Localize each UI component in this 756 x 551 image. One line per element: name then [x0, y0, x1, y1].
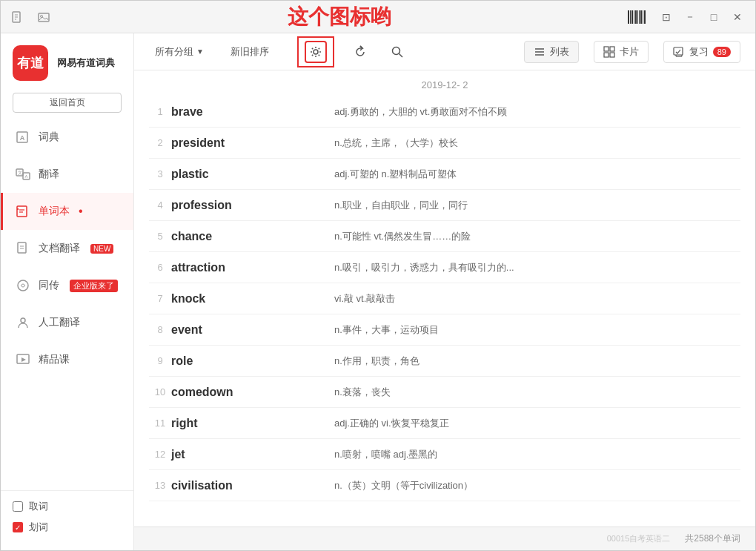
word-chinese: adj.勇敢的，大胆的 vt.勇敢面对不怕不顾 [334, 105, 720, 119]
word-number: 10 [149, 386, 171, 397]
table-row[interactable]: 3 plastic adj.可塑的 n.塑料制品可塑体 [149, 159, 740, 190]
word-action-lines[interactable] [720, 417, 740, 429]
markword-item[interactable]: 划词 [13, 521, 122, 534]
word-action-lines[interactable] [720, 136, 740, 149]
word-chinese: n.吸引，吸引力，诱惑力，具有吸引力的... [334, 261, 720, 274]
translate-icon: 文 A [15, 166, 31, 182]
table-row[interactable]: 11 right adj.正确的 vi.恢复平稳复正 [149, 408, 740, 439]
word-number: 7 [149, 293, 171, 304]
word-action-lines[interactable] [720, 105, 740, 118]
gear-button[interactable] [305, 41, 327, 63]
word-chinese: adj.正确的 vi.恢复平稳复正 [334, 417, 720, 430]
table-row[interactable]: 2 president n.总统，主席，（大学）校长 [149, 128, 740, 159]
table-row[interactable]: 12 jet n.喷射，喷嘴 adj.墨黑的 [149, 439, 740, 470]
annotation-text: 这个图标哟 [288, 3, 391, 31]
word-action-lines[interactable] [720, 386, 740, 398]
word-action-lines[interactable] [720, 323, 740, 336]
review-button[interactable]: 复习 89 [663, 41, 740, 63]
card-view-label: 卡片 [620, 45, 639, 59]
sidebar-item-label-wordbook: 单词本 [39, 205, 70, 218]
svg-point-20 [21, 318, 25, 323]
sidebar-item-wordbook[interactable]: 单词本 • [1, 193, 133, 230]
sidebar-item-sync[interactable]: 同传 企业版来了 [1, 267, 133, 304]
table-row[interactable]: 5 chance n.可能性 vt.偶然发生冒……的险 [149, 221, 740, 252]
svg-marker-22 [21, 357, 26, 362]
sidebar-item-courses[interactable]: 精品课 [1, 341, 133, 378]
back-home-button[interactable]: 返回首页 [13, 93, 122, 113]
word-number: 12 [149, 449, 171, 460]
sidebar-item-translate[interactable]: 文 A 翻译 [1, 156, 133, 193]
expand-btn[interactable]: ⊡ [657, 8, 675, 26]
word-chinese: n.职业，自由职业，同业，同行 [334, 199, 720, 212]
word-action-lines[interactable] [720, 199, 740, 211]
word-english: civilisation [171, 479, 334, 492]
content-area: 所有分组 ▼ 新旧排序 [134, 33, 755, 550]
word-english: knock [171, 292, 334, 306]
sidebar-item-dict[interactable]: A 词典 [1, 119, 133, 156]
card-view-button[interactable]: 卡片 [594, 41, 649, 63]
word-action-lines[interactable] [720, 230, 740, 242]
file-icon [10, 10, 24, 24]
word-english: plastic [171, 168, 334, 181]
date-header: 2019-12- 2 [149, 70, 740, 96]
wordbook-dot: • [79, 205, 83, 218]
dict-icon: A [15, 129, 31, 145]
close-btn[interactable]: ✕ [729, 8, 746, 26]
pickword-label: 取词 [29, 500, 48, 513]
word-chinese: adj.可塑的 n.塑料制品可塑体 [334, 168, 720, 181]
list-view-button[interactable]: 列表 [524, 41, 579, 63]
toolbar: 所有分组 ▼ 新旧排序 [134, 33, 755, 70]
sidebar-item-label-doctranslate: 文档翻译 [39, 242, 80, 255]
word-action-lines[interactable] [720, 479, 740, 492]
word-number: 9 [149, 355, 171, 366]
word-chinese: n.事件，大事，运动项目 [334, 323, 720, 337]
enterprise-badge: 企业版来了 [70, 280, 118, 292]
pickword-item[interactable]: 取词 [13, 500, 122, 513]
maximize-btn[interactable]: □ [705, 8, 723, 26]
markword-checkbox[interactable] [13, 522, 23, 532]
search-button[interactable] [386, 41, 408, 63]
app-title: 网易有道词典 [57, 57, 115, 70]
svg-text:A: A [20, 134, 25, 142]
pickword-checkbox[interactable] [13, 501, 23, 512]
doc-icon [15, 240, 31, 257]
filter-button[interactable]: 所有分组 ▼ [149, 42, 210, 62]
minimize-btn[interactable]: － [681, 8, 699, 26]
word-number: 5 [149, 231, 171, 242]
word-chinese: n.衰落，丧失 [334, 386, 720, 399]
table-row[interactable]: 10 comedown n.衰落，丧失 [149, 377, 740, 408]
svg-rect-32 [610, 53, 614, 57]
table-row[interactable]: 6 attraction n.吸引，吸引力，诱惑力，具有吸引力的... [149, 252, 740, 283]
svg-line-25 [399, 53, 402, 57]
word-english: comedown [171, 386, 334, 399]
table-row[interactable]: 8 event n.事件，大事，运动项目 [149, 314, 740, 346]
word-english: jet [171, 448, 334, 461]
table-row[interactable]: 1 brave adj.勇敢的，大胆的 vt.勇敢面对不怕不顾 [149, 96, 740, 128]
word-english: chance [171, 230, 334, 243]
word-action-lines[interactable] [720, 292, 740, 305]
word-action-lines[interactable] [720, 168, 740, 180]
word-action-lines[interactable] [720, 448, 740, 461]
sidebar-item-label-translate: 翻译 [39, 168, 59, 181]
sort-button[interactable]: 新旧排序 [225, 42, 275, 62]
refresh-button[interactable] [349, 41, 371, 63]
watermark-text: 00015自考英语二 [607, 533, 671, 544]
sidebar: 有道 网易有道词典 返回首页 A 词典 [1, 33, 134, 550]
word-action-lines[interactable] [720, 354, 740, 367]
table-row[interactable]: 9 role n.作用，职责，角色 [149, 346, 740, 377]
table-row[interactable]: 7 knock vi.敲 vt.敲敲击 [149, 283, 740, 314]
markword-label: 划词 [29, 521, 48, 534]
svg-rect-30 [610, 47, 614, 51]
word-number: 8 [149, 324, 171, 335]
word-number: 1 [149, 106, 171, 117]
sidebar-item-doctranslate[interactable]: 文档翻译 NEW [1, 230, 133, 267]
table-row[interactable]: 13 civilisation n.（英）文明（等于civilization） [149, 470, 740, 501]
svg-rect-12 [17, 206, 27, 217]
sidebar-logo: 有道 网易有道词典 [1, 33, 133, 93]
table-row[interactable]: 4 profession n.职业，自由职业，同业，同行 [149, 190, 740, 221]
word-number: 11 [149, 418, 171, 429]
svg-rect-4 [39, 13, 49, 22]
human-icon [15, 314, 31, 331]
sidebar-item-humantranslate[interactable]: 人工翻译 [1, 304, 133, 341]
word-action-lines[interactable] [720, 261, 740, 274]
